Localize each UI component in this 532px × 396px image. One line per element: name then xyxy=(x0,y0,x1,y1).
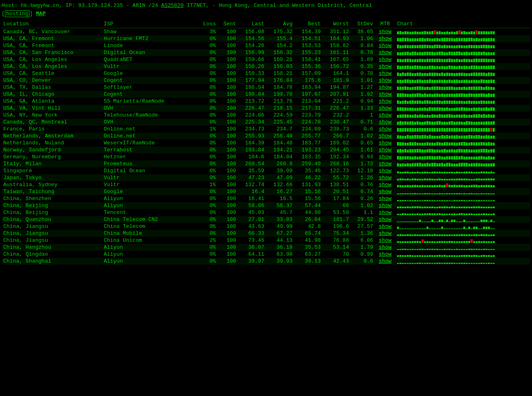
mtr-show-link[interactable]: show xyxy=(375,230,395,237)
mtr-show-link[interactable]: show xyxy=(375,56,395,63)
svg-rect-76 xyxy=(485,38,487,41)
cell-avg: 16.5 xyxy=(266,195,294,202)
svg-rect-91 xyxy=(424,45,426,48)
mtr-show-link[interactable]: show xyxy=(375,160,395,167)
svg-rect-797 xyxy=(488,163,490,166)
svg-rect-725 xyxy=(409,156,411,160)
as-link[interactable]: AS25820 xyxy=(161,2,184,9)
mtr-show-link[interactable]: show xyxy=(375,181,395,188)
chart-cell xyxy=(395,244,530,251)
mtr-show-link[interactable]: show xyxy=(375,77,395,84)
svg-rect-550 xyxy=(471,122,473,125)
cell-sent: 100 xyxy=(218,237,238,244)
mtr-show-link[interactable]: show xyxy=(375,98,395,105)
mtr-show-link[interactable]: show xyxy=(375,188,395,195)
svg-rect-432 xyxy=(476,101,478,104)
svg-rect-578 xyxy=(441,128,443,131)
mtr-show-link[interactable]: show xyxy=(375,140,395,146)
chart-cell xyxy=(395,105,530,112)
svg-rect-1294 xyxy=(431,255,433,256)
mtr-show-link[interactable]: show xyxy=(375,105,395,112)
svg-rect-1166 xyxy=(412,234,414,236)
svg-rect-914 xyxy=(480,185,482,187)
mtr-show-link[interactable]: show xyxy=(375,70,395,77)
svg-rect-749 xyxy=(468,156,470,159)
mtr-show-link[interactable]: show xyxy=(375,146,395,153)
svg-rect-1264 xyxy=(456,249,458,250)
svg-rect-604 xyxy=(407,135,409,139)
svg-rect-1257 xyxy=(439,249,441,250)
mtr-show-link[interactable]: show xyxy=(375,112,395,119)
svg-rect-712 xyxy=(476,149,478,153)
svg-rect-598 xyxy=(490,128,492,132)
mtr-show-link[interactable]: show xyxy=(375,133,395,140)
col-header-loss: Loss xyxy=(197,20,217,28)
svg-rect-1226 xyxy=(461,241,463,243)
svg-rect-854 xyxy=(431,178,433,180)
svg-rect-890 xyxy=(422,185,424,187)
svg-rect-1097 xyxy=(439,220,441,222)
mtr-show-link[interactable]: show xyxy=(375,174,395,181)
svg-rect-110 xyxy=(471,45,473,48)
cell-avg: 158.21 xyxy=(266,70,294,77)
chart-cell xyxy=(395,188,530,195)
chart-bar xyxy=(397,85,500,90)
chart-bar xyxy=(397,57,500,62)
cell-stdev: 1.36 xyxy=(351,230,375,237)
svg-rect-963 xyxy=(404,200,406,201)
svg-rect-888 xyxy=(417,185,419,187)
mtr-show-link[interactable]: show xyxy=(375,28,395,36)
mtr-show-link[interactable]: show xyxy=(375,209,395,216)
svg-rect-800 xyxy=(397,171,399,173)
cell-last: 66.33 xyxy=(238,230,266,237)
mtr-show-link[interactable]: show xyxy=(375,244,395,251)
mtr-show-link[interactable]: show xyxy=(375,84,395,91)
mtr-show-link[interactable]: show xyxy=(375,153,395,160)
svg-rect-484 xyxy=(407,114,409,117)
svg-rect-1014 xyxy=(431,206,433,208)
svg-rect-1211 xyxy=(424,241,426,243)
mtr-show-link[interactable]: show xyxy=(375,195,395,202)
mtr-show-link[interactable]: show xyxy=(375,216,395,223)
mtr-show-link[interactable]: show xyxy=(375,91,395,98)
svg-rect-935 xyxy=(434,193,436,194)
svg-rect-609 xyxy=(419,135,421,138)
svg-rect-1096 xyxy=(436,221,438,222)
svg-rect-1278 xyxy=(490,249,492,250)
cell-location: USA, TX, Dallas xyxy=(2,84,102,91)
mtr-show-link[interactable]: show xyxy=(375,126,395,133)
mtr-show-link[interactable]: show xyxy=(375,49,395,56)
svg-rect-43 xyxy=(404,38,406,41)
svg-rect-826 xyxy=(461,172,463,173)
svg-rect-1079 xyxy=(493,213,495,215)
svg-rect-1326 xyxy=(412,263,414,263)
svg-rect-137 xyxy=(439,52,441,55)
svg-rect-1192 xyxy=(476,234,478,236)
mtr-show-link[interactable]: show xyxy=(375,258,395,265)
svg-rect-769 xyxy=(419,163,421,166)
svg-rect-443 xyxy=(404,107,406,110)
svg-rect-648 xyxy=(417,142,419,145)
svg-rect-551 xyxy=(473,122,475,124)
svg-rect-646 xyxy=(412,142,414,145)
mtr-show-link[interactable]: show xyxy=(375,202,395,209)
svg-rect-751 xyxy=(473,156,475,159)
mtr-show-link[interactable]: show xyxy=(375,167,395,174)
cell-stdev: 0.84 xyxy=(351,42,375,49)
mtr-show-link[interactable]: show xyxy=(375,35,395,42)
mtr-show-link[interactable]: show xyxy=(375,251,395,258)
svg-rect-735 xyxy=(434,156,436,159)
mtr-show-link[interactable]: show xyxy=(375,63,395,70)
svg-rect-555 xyxy=(483,122,485,124)
cell-loss: 0% xyxy=(197,77,217,84)
mtr-show-link[interactable]: show xyxy=(375,223,395,230)
mtr-show-link[interactable]: show xyxy=(375,237,395,244)
mtr-show-link[interactable]: show xyxy=(375,42,395,49)
map-link[interactable]: MAP xyxy=(36,11,45,17)
svg-rect-657 xyxy=(439,142,441,145)
mtr-show-link[interactable]: show xyxy=(375,119,395,126)
svg-rect-1032 xyxy=(476,206,478,208)
table-row: USA, VA, Vint HillOVH0%100226.47218.1521… xyxy=(2,105,530,112)
svg-rect-957 xyxy=(488,193,490,194)
cell-loss: 0% xyxy=(197,195,217,202)
